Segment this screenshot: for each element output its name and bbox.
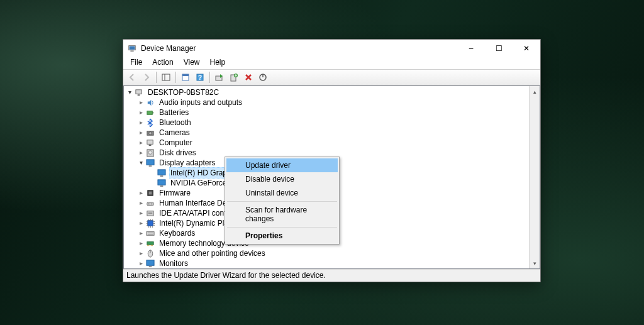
display-icon xyxy=(145,258,155,268)
svg-rect-41 xyxy=(147,242,153,245)
ctx-scan-hardware[interactable]: Scan for hardware changes xyxy=(226,203,338,226)
tree-item-label: Firmware xyxy=(158,188,192,198)
menu-help[interactable]: Help xyxy=(206,57,230,69)
tree-item-label: Bluetooth xyxy=(158,118,192,128)
uninstall-button[interactable] xyxy=(242,70,255,84)
tree-item-label: Batteries xyxy=(158,107,190,118)
expand-icon[interactable] xyxy=(136,218,145,228)
expand-icon[interactable] xyxy=(136,248,145,258)
svg-point-32 xyxy=(148,203,150,204)
ctx-separator xyxy=(227,227,337,228)
svg-point-33 xyxy=(151,203,152,204)
svg-point-18 xyxy=(149,132,152,135)
svg-rect-38 xyxy=(147,232,154,236)
tree-item-label: Disk drives xyxy=(158,148,197,158)
disk-icon xyxy=(145,148,155,158)
memory-icon xyxy=(145,238,155,248)
toolbar: ? xyxy=(123,69,540,85)
tree-item-label: Computer xyxy=(158,138,194,148)
back-button xyxy=(125,70,139,84)
scroll-down-button[interactable]: ▾ xyxy=(530,258,540,268)
battery-icon xyxy=(145,107,155,118)
tree-item[interactable]: Monitors xyxy=(125,258,529,268)
ctx-update-driver[interactable]: Update driver xyxy=(226,158,338,172)
menu-view[interactable]: View xyxy=(179,57,204,69)
toolbar-separator xyxy=(209,72,210,83)
window-controls: – ☐ ✕ xyxy=(457,40,540,57)
svg-rect-6 xyxy=(182,74,189,76)
close-button[interactable]: ✕ xyxy=(513,40,540,57)
svg-rect-28 xyxy=(160,185,164,187)
menu-file[interactable]: File xyxy=(126,57,147,69)
show-hide-tree-button[interactable] xyxy=(159,70,173,84)
svg-rect-1 xyxy=(130,51,133,52)
expand-icon[interactable] xyxy=(136,118,145,128)
app-icon xyxy=(127,43,137,53)
scroll-up-button[interactable]: ▴ xyxy=(530,86,540,97)
mouse-icon xyxy=(145,248,155,258)
tree-item[interactable]: Computer xyxy=(125,138,529,148)
tree-item[interactable]: Cameras xyxy=(125,128,529,138)
tree-item-label: DESKTOP-0BST82C xyxy=(147,87,220,97)
svg-rect-30 xyxy=(149,192,152,195)
ctx-separator xyxy=(227,201,337,202)
tree-item[interactable]: Mice and other pointing devices xyxy=(125,248,529,258)
scan-hardware-button[interactable] xyxy=(227,70,241,84)
svg-text:?: ? xyxy=(198,74,202,81)
disable-button[interactable] xyxy=(256,70,270,84)
svg-rect-19 xyxy=(147,140,153,145)
menu-action[interactable]: Action xyxy=(148,57,177,69)
tree-item[interactable]: Batteries xyxy=(125,107,529,118)
svg-rect-25 xyxy=(158,170,165,175)
svg-point-22 xyxy=(148,151,152,155)
bluetooth-icon xyxy=(145,118,155,128)
chip-icon xyxy=(145,218,155,228)
expand-icon[interactable] xyxy=(136,148,145,158)
hid-icon xyxy=(145,198,155,208)
display-icon xyxy=(157,168,167,178)
expand-icon[interactable] xyxy=(136,188,145,198)
expand-icon[interactable] xyxy=(136,97,145,107)
minimize-button[interactable]: – xyxy=(457,40,485,57)
toolbar-separator xyxy=(156,72,157,83)
titlebar[interactable]: Device Manager – ☐ ✕ xyxy=(123,40,540,57)
svg-rect-44 xyxy=(147,260,154,265)
expand-icon[interactable] xyxy=(136,138,145,148)
svg-rect-24 xyxy=(149,165,152,167)
expand-icon[interactable] xyxy=(136,228,145,238)
svg-rect-3 xyxy=(162,74,170,80)
expand-icon[interactable] xyxy=(136,258,145,268)
expand-icon[interactable] xyxy=(136,208,145,218)
display-icon xyxy=(145,158,155,168)
vertical-scrollbar[interactable]: ▴ ▾ xyxy=(529,86,540,268)
update-driver-button[interactable] xyxy=(213,70,226,84)
forward-button xyxy=(140,70,153,84)
svg-rect-26 xyxy=(160,175,164,177)
toolbar-separator xyxy=(175,72,176,83)
tree-item-label: Monitors xyxy=(158,258,189,268)
expand-icon[interactable] xyxy=(136,238,145,248)
expand-icon[interactable] xyxy=(136,158,145,168)
tree-item-label: Mice and other pointing devices xyxy=(158,248,267,258)
expand-icon[interactable] xyxy=(136,128,145,138)
audio-icon xyxy=(145,97,155,107)
tree-item[interactable]: DESKTOP-0BST82C xyxy=(125,87,529,97)
tree-item[interactable]: Bluetooth xyxy=(125,118,529,128)
help-button[interactable]: ? xyxy=(193,70,207,84)
tree-item[interactable]: Audio inputs and outputs xyxy=(125,97,529,107)
ide-icon xyxy=(145,208,155,218)
expand-icon[interactable] xyxy=(125,87,134,97)
tree-item-label: Audio inputs and outputs xyxy=(158,97,243,107)
ctx-uninstall-device[interactable]: Uninstall device xyxy=(226,186,338,200)
svg-rect-13 xyxy=(136,90,142,94)
maximize-button[interactable]: ☐ xyxy=(485,40,513,57)
expand-icon[interactable] xyxy=(136,198,145,208)
ctx-disable-device[interactable]: Disable device xyxy=(226,172,338,186)
display-icon xyxy=(157,178,167,188)
ctx-properties[interactable]: Properties xyxy=(226,229,338,243)
svg-rect-23 xyxy=(147,160,154,165)
properties-button[interactable] xyxy=(179,70,192,84)
expand-icon[interactable] xyxy=(136,107,145,118)
keyboard-icon xyxy=(145,228,155,238)
tree-item-label: Display adapters xyxy=(158,158,216,168)
